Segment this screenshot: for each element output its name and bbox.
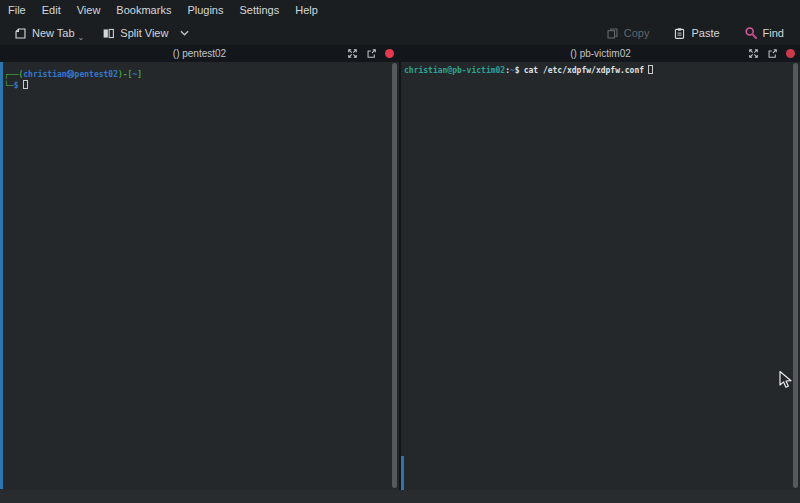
- pane-header-pb-victim02[interactable]: () pb-victim02: [401, 45, 800, 62]
- copy-button[interactable]: Copy: [602, 25, 654, 42]
- window-footer: [0, 490, 800, 503]
- terminal-pb-victim02[interactable]: christian@pb-victim02:~$cat /etc/xdpfw/x…: [401, 62, 800, 490]
- maximize-view-button[interactable]: [748, 48, 759, 59]
- new-tab-icon: [14, 27, 27, 40]
- new-tab-caret-icon: ⌄: [78, 33, 85, 42]
- pane-title-pentest02: () pentest02: [0, 48, 399, 59]
- menu-bookmarks[interactable]: Bookmarks: [108, 1, 179, 20]
- konsole-window: { "menubar": { "items": ["File", "Edit",…: [0, 0, 800, 503]
- find-button[interactable]: Find: [740, 24, 788, 42]
- terminal-pane-pb-victim02: () pb-victim02: [401, 45, 800, 490]
- detach-view-button[interactable]: [767, 48, 778, 59]
- new-tab-label: New Tab: [32, 27, 75, 39]
- menu-file[interactable]: File: [8, 1, 34, 20]
- terminal-pentest02[interactable]: ┌──(christian㊿pentest02)-[~] └─$: [0, 62, 399, 490]
- maximize-view-button[interactable]: [347, 48, 358, 59]
- scrollbar[interactable]: [793, 63, 798, 488]
- terminal-cursor: [648, 65, 653, 74]
- menu-edit[interactable]: Edit: [34, 1, 69, 20]
- find-label: Find: [763, 27, 784, 39]
- paste-label: Paste: [691, 27, 719, 39]
- menu-settings[interactable]: Settings: [231, 1, 287, 20]
- pane-controls: [347, 48, 399, 59]
- paste-button[interactable]: Paste: [669, 25, 723, 42]
- detach-view-button[interactable]: [366, 48, 377, 59]
- pane-title-pb-victim02: () pb-victim02: [401, 48, 800, 59]
- main-toolbar: New Tab ⌄ Split View Copy: [0, 21, 800, 45]
- prompt-line-1: ┌──(christian㊿pentest02)-[~]: [4, 69, 389, 80]
- split-view-icon: [102, 27, 115, 40]
- prompt-line-2: └─$: [4, 80, 389, 91]
- menu-view[interactable]: View: [69, 1, 109, 20]
- paste-icon: [673, 27, 686, 40]
- pane-controls: [748, 48, 800, 59]
- new-tab-button[interactable]: New Tab ⌄: [10, 25, 90, 42]
- terminal-cursor: [23, 80, 28, 89]
- new-lines-indicator: [401, 456, 404, 490]
- menu-bar: File Edit View Bookmarks Plugins Setting…: [0, 0, 800, 21]
- close-view-button[interactable]: [786, 49, 795, 58]
- split-container: () pentest02: [0, 45, 800, 490]
- menu-plugins[interactable]: Plugins: [179, 1, 231, 20]
- menu-help[interactable]: Help: [287, 1, 326, 20]
- terminal-pane-pentest02: () pentest02: [0, 45, 399, 490]
- focus-indicator: [0, 62, 3, 489]
- toolbar-right-group: Copy Paste Find: [602, 24, 790, 42]
- prompt-line: christian@pb-victim02:~$cat /etc/xdpfw/x…: [404, 65, 790, 76]
- split-view-label: Split View: [120, 27, 168, 39]
- typed-command: cat /etc/xdpfw/xdpfw.conf: [524, 66, 644, 75]
- pane-header-pentest02[interactable]: () pentest02: [0, 45, 399, 62]
- search-icon: [744, 26, 758, 40]
- copy-label: Copy: [624, 27, 650, 39]
- copy-icon: [606, 27, 619, 40]
- split-view-button[interactable]: Split View: [98, 25, 193, 42]
- scrollbar[interactable]: [392, 63, 397, 488]
- chevron-down-icon: [180, 30, 189, 36]
- close-view-button[interactable]: [385, 49, 394, 58]
